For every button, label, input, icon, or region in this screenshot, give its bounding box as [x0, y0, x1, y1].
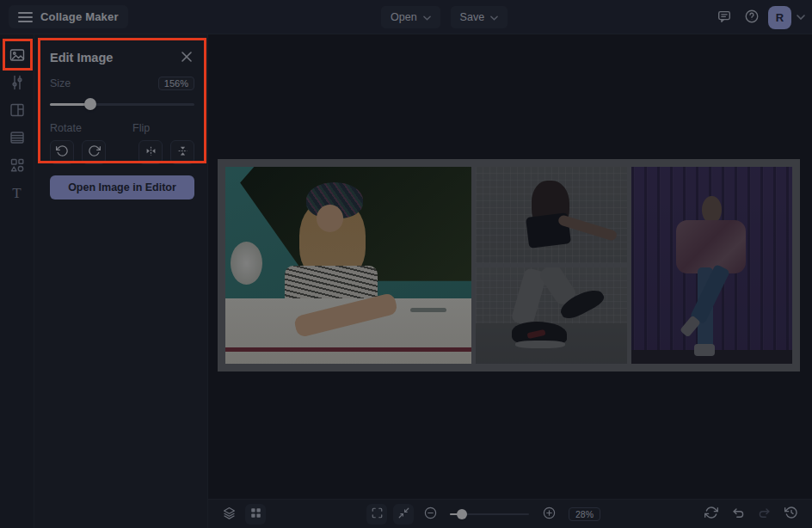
redo-button[interactable]	[754, 504, 775, 525]
main-area: T Edit Image Size 156%	[0, 34, 812, 528]
bottom-toolbar: 28%	[208, 499, 812, 528]
canvas-column: 28%	[208, 34, 812, 528]
app-window: Collage Maker Open Save	[0, 0, 812, 528]
redo-icon	[758, 506, 772, 522]
